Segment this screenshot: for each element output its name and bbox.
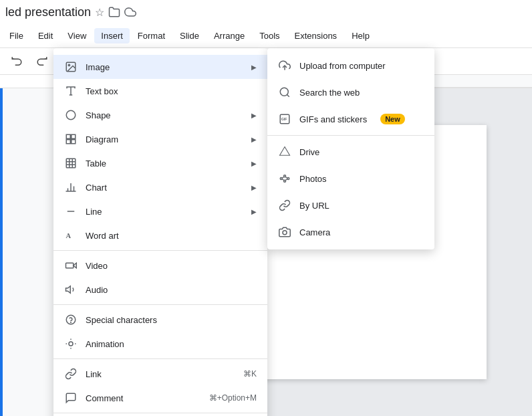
- insert-comment-label: Comment: [86, 393, 201, 403]
- image-gifs-item[interactable]: GIF GIFs and stickers New: [267, 106, 434, 132]
- folder-icon[interactable]: [108, 6, 120, 18]
- image-by-url-item[interactable]: By URL: [267, 192, 434, 219]
- image-photos-item[interactable]: Photos: [267, 165, 434, 192]
- insert-link-item[interactable]: Link ⌘K: [53, 362, 267, 386]
- insert-shape-item[interactable]: Shape ▶: [53, 103, 267, 127]
- image-photos-label: Photos: [299, 174, 326, 184]
- insert-line-label: Line: [86, 207, 243, 217]
- insert-image-item[interactable]: Image ▶: [53, 55, 267, 79]
- svg-rect-7: [72, 134, 76, 138]
- svg-point-39: [284, 175, 286, 177]
- insert-diagram-arrow: ▶: [251, 136, 257, 143]
- insert-audio-item[interactable]: Audio: [53, 278, 267, 302]
- insert-wordart-item[interactable]: A Word art: [53, 223, 267, 247]
- insert-audio-label: Audio: [86, 285, 257, 295]
- menu-slide[interactable]: Slide: [173, 28, 206, 43]
- link-icon: [64, 367, 78, 381]
- ruler-left: [0, 88, 53, 416]
- menu-format[interactable]: Format: [131, 28, 172, 43]
- menu-insert[interactable]: Insert: [94, 28, 130, 43]
- image-upload-item[interactable]: Upload from computer: [267, 52, 434, 79]
- wordart-icon: A: [64, 229, 78, 242]
- upload-icon: [278, 59, 291, 72]
- image-drive-item[interactable]: Drive: [267, 138, 434, 165]
- insert-chart-item[interactable]: Chart ▶: [53, 175, 267, 199]
- svg-rect-9: [72, 140, 76, 144]
- svg-point-38: [280, 178, 282, 180]
- svg-point-26: [69, 342, 73, 346]
- textbox-icon: [64, 84, 78, 98]
- svg-line-44: [286, 179, 287, 181]
- svg-point-33: [280, 88, 288, 96]
- image-camera-item[interactable]: Camera: [267, 219, 434, 245]
- photos-icon: [278, 172, 291, 185]
- insert-diagram-item[interactable]: Diagram ▶: [53, 127, 267, 151]
- insert-wordart-label: Word art: [86, 231, 257, 241]
- image-upload-label: Upload from computer: [299, 61, 386, 71]
- svg-point-5: [66, 110, 76, 120]
- insert-animation-label: Animation: [86, 339, 257, 349]
- chart-icon: [64, 181, 78, 194]
- insert-diagram-label: Diagram: [86, 134, 243, 144]
- insert-special-chars-item[interactable]: Special characters: [53, 308, 267, 332]
- insert-comment-item[interactable]: Comment ⌘+Option+M: [53, 386, 267, 410]
- svg-point-46: [283, 231, 287, 235]
- menu-extensions[interactable]: Extensions: [288, 28, 344, 43]
- search-web-icon: [278, 86, 291, 99]
- menu-arrange[interactable]: Arrange: [207, 28, 251, 43]
- special-chars-icon: [64, 313, 78, 326]
- svg-line-42: [282, 177, 283, 179]
- undo-button[interactable]: [5, 53, 28, 70]
- audio-icon: [64, 283, 78, 296]
- svg-line-34: [287, 94, 289, 96]
- menu-view[interactable]: View: [61, 28, 93, 43]
- insert-link-label: Link: [86, 369, 235, 379]
- line-icon: [64, 205, 78, 218]
- drive-icon: [278, 145, 291, 159]
- submenu-divider: [267, 135, 434, 136]
- insert-animation-item[interactable]: Animation: [53, 332, 267, 356]
- svg-marker-37: [280, 147, 290, 156]
- menu-tools[interactable]: Tools: [253, 28, 286, 43]
- insert-video-item[interactable]: Video: [53, 253, 267, 278]
- image-drive-label: Drive: [299, 147, 319, 157]
- image-search-web-label: Search the web: [299, 88, 360, 98]
- insert-shape-label: Shape: [86, 110, 243, 120]
- gif-icon: GIF: [278, 112, 291, 126]
- insert-menu-section-4: Link ⌘K Comment ⌘+Option+M: [53, 359, 267, 413]
- insert-table-label: Table: [86, 159, 243, 169]
- image-search-web-item[interactable]: Search the web: [267, 79, 434, 106]
- comment-icon: [64, 391, 78, 405]
- new-badge: New: [380, 114, 405, 124]
- menu-edit[interactable]: Edit: [31, 28, 59, 43]
- image-gifs-label: GIFs and stickers: [299, 114, 367, 124]
- insert-image-label: Image: [86, 62, 243, 72]
- insert-video-label: Video: [86, 261, 257, 271]
- svg-line-45: [282, 179, 283, 181]
- insert-comment-shortcut: ⌘+Option+M: [209, 393, 257, 403]
- svg-line-43: [286, 177, 287, 179]
- menu-file[interactable]: File: [3, 28, 30, 43]
- insert-special-chars-label: Special characters: [86, 315, 257, 325]
- redo-button[interactable]: [31, 53, 53, 70]
- insert-menu-section-5: New slide Ctrl+M Slide numbers: [53, 413, 267, 416]
- svg-point-2: [68, 64, 70, 66]
- insert-line-arrow: ▶: [251, 208, 257, 215]
- svg-point-40: [287, 178, 289, 180]
- insert-dropdown-menu: Image ▶ Text box Shape ▶ Diagram ▶: [53, 48, 267, 416]
- insert-line-item[interactable]: Line ▶: [53, 199, 267, 223]
- cloud-icon[interactable]: [124, 6, 136, 18]
- insert-link-shortcut: ⌘K: [243, 369, 257, 379]
- insert-table-arrow: ▶: [251, 160, 257, 167]
- insert-menu-section-2: Video Audio: [53, 251, 267, 305]
- svg-point-41: [284, 180, 286, 182]
- insert-table-item[interactable]: Table ▶: [53, 151, 267, 175]
- menu-bar: File Edit View Insert Format Slide Arran…: [0, 24, 532, 48]
- svg-rect-8: [66, 140, 70, 144]
- insert-menu-section-1: Image ▶ Text box Shape ▶ Diagram ▶: [53, 52, 267, 251]
- svg-rect-21: [66, 263, 74, 268]
- star-icon[interactable]: ☆: [95, 6, 104, 19]
- insert-textbox-item[interactable]: Text box: [53, 79, 267, 103]
- selection-indicator: [0, 88, 3, 416]
- menu-help[interactable]: Help: [345, 28, 376, 43]
